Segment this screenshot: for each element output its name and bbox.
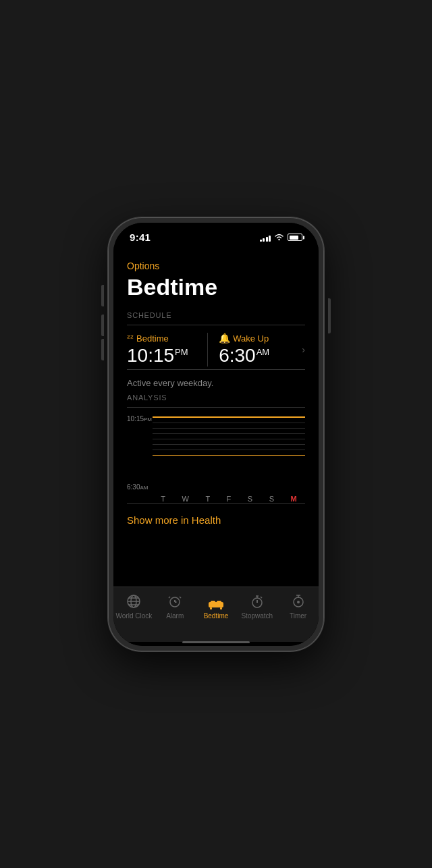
day-W: W xyxy=(182,495,188,503)
schedule-divider xyxy=(127,325,305,325)
wakeup-header: 🔔 Wake Up xyxy=(219,333,299,344)
chart-line-2 xyxy=(153,428,305,429)
svg-line-9 xyxy=(169,597,170,598)
svg-point-0 xyxy=(278,239,279,240)
chart-line-1 xyxy=(153,423,305,423)
tab-bar: World Clock Alarm xyxy=(113,587,319,642)
tab-timer[interactable]: Timer xyxy=(277,593,319,620)
day-T1: T xyxy=(161,495,165,503)
wakeup-label: Wake Up xyxy=(233,333,269,344)
stopwatch-icon xyxy=(248,593,266,610)
page-title: Bedtime xyxy=(127,274,305,300)
svg-point-22 xyxy=(297,601,300,603)
chart-top-label: 10:15PM xyxy=(127,415,152,423)
phone-screen: 9:41 xyxy=(113,223,319,646)
bedtime-info: ᶻᶻ Bedtime 10:15PM xyxy=(127,333,207,367)
bedtime-label: Bedtime xyxy=(136,333,169,344)
notch xyxy=(176,223,256,242)
signal-icon xyxy=(260,234,271,242)
bedtime-header: ᶻᶻ Bedtime xyxy=(127,333,207,344)
tab-bedtime[interactable]: Bedtime xyxy=(196,593,237,620)
svg-line-20 xyxy=(261,597,262,598)
chart-lines xyxy=(153,416,305,489)
wifi-icon xyxy=(274,234,284,241)
tab-stopwatch[interactable]: Stopwatch xyxy=(236,593,277,620)
scroll-area: Options Bedtime SCHEDULE ᶻᶻ Bedtime 10:1… xyxy=(113,252,319,587)
bedtime-tab-icon xyxy=(207,593,225,610)
chart-bottom-highlight-line xyxy=(153,455,305,456)
analysis-section: ANALYSIS 10:15PM 6:30AM xyxy=(127,394,305,504)
wakeup-time: 6:30AM xyxy=(219,345,299,367)
chevron-right-icon: › xyxy=(299,333,305,367)
bell-icon: 🔔 xyxy=(219,333,230,344)
bedtime-time: 10:15PM xyxy=(127,345,207,367)
home-indicator xyxy=(113,642,319,646)
bedtime-tab-label: Bedtime xyxy=(204,612,229,620)
wakeup-info: 🔔 Wake Up 6:30AM xyxy=(207,333,299,367)
chart-line-4 xyxy=(153,439,305,439)
timer-icon xyxy=(290,593,307,610)
svg-rect-14 xyxy=(210,607,212,609)
status-icons xyxy=(260,234,303,242)
schedule-row[interactable]: ᶻᶻ Bedtime 10:15PM 🔔 Wake Up xyxy=(127,333,305,367)
battery-icon xyxy=(288,234,302,241)
timer-label: Timer xyxy=(290,612,306,620)
svg-rect-12 xyxy=(211,601,215,604)
chart-container: 10:15PM 6:30AM xyxy=(127,415,305,503)
day-F: F xyxy=(227,495,232,503)
world-clock-label: World Clock xyxy=(116,612,153,620)
day-M: M xyxy=(291,495,297,503)
status-time: 9:41 xyxy=(130,232,151,243)
active-text: Active every weekday. xyxy=(127,378,305,388)
bedtime-icon: ᶻᶻ xyxy=(127,333,134,344)
schedule-section-label: SCHEDULE xyxy=(127,311,305,319)
day-S2: S xyxy=(269,495,274,503)
phone-frame: 9:41 xyxy=(108,217,324,651)
svg-rect-15 xyxy=(220,607,222,609)
chart-line-3 xyxy=(153,433,305,434)
day-S1: S xyxy=(248,495,252,503)
schedule-bottom-divider xyxy=(127,369,305,370)
day-T2: T xyxy=(205,495,210,503)
chart-line-5 xyxy=(153,444,305,445)
chart-day-labels: T W T F S S M xyxy=(153,495,305,503)
alarm-icon xyxy=(166,593,184,610)
world-clock-icon xyxy=(125,593,142,610)
tab-world-clock[interactable]: World Clock xyxy=(113,593,155,620)
health-divider xyxy=(127,503,305,504)
app-content: Options Bedtime SCHEDULE ᶻᶻ Bedtime 10:1… xyxy=(113,252,319,587)
alarm-label: Alarm xyxy=(166,612,184,620)
analysis-label: ANALYSIS xyxy=(127,394,305,402)
analysis-divider xyxy=(127,407,305,408)
tab-alarm[interactable]: Alarm xyxy=(155,593,196,620)
svg-rect-13 xyxy=(217,601,221,604)
chart-line-6 xyxy=(153,450,305,450)
options-button[interactable]: Options xyxy=(127,261,305,271)
home-bar xyxy=(182,641,250,643)
status-bar: 9:41 xyxy=(113,223,319,252)
show-health-button[interactable]: Show more in Health xyxy=(127,514,305,526)
chart-top-highlight-line xyxy=(153,416,305,418)
svg-line-10 xyxy=(180,597,181,598)
stopwatch-label: Stopwatch xyxy=(241,612,273,620)
chart-bottom-label: 6:30AM xyxy=(127,483,148,491)
